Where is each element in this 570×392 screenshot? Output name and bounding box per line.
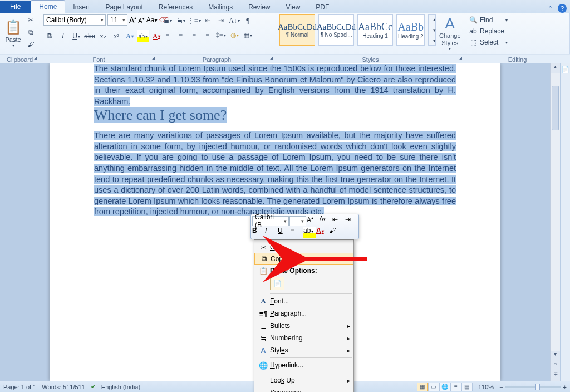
align-center-button[interactable]: ≡ [175, 29, 187, 41]
ctx-font[interactable]: AFont... [254, 295, 353, 307]
zoom-level[interactable]: 110% [478, 384, 494, 390]
copy-button[interactable]: ⧉ [25, 27, 36, 38]
decrease-indent-button[interactable]: ⇤ [202, 14, 214, 27]
view-draft[interactable]: ▤ [461, 383, 473, 391]
tab-view[interactable]: View [278, 1, 308, 13]
mini-decrease-indent[interactable]: ⇤ [332, 215, 345, 227]
mini-font-family[interactable]: Calibri (B [252, 216, 289, 226]
zoom-in-button[interactable]: + [563, 384, 567, 390]
font-family-combo[interactable]: Calibri (Body) [43, 14, 106, 26]
hyperlink-icon: 🌐 [257, 361, 270, 370]
select-label: Select [480, 38, 498, 46]
ctx-synonyms[interactable]: Synonyms▸ [254, 386, 353, 392]
ctx-hyperlink[interactable]: 🌐Hyperlink... [254, 359, 353, 371]
align-right-button[interactable]: ≡ [188, 29, 200, 41]
ribbon-minimize-icon[interactable]: ⌃ [546, 4, 554, 13]
grow-font-button[interactable]: A▴ [129, 16, 136, 24]
format-painter-button[interactable]: 🖌 [25, 39, 36, 50]
tab-home[interactable]: Home [31, 0, 65, 13]
scroll-thumb[interactable] [552, 86, 559, 130]
increase-indent-button[interactable]: ⇥ [215, 14, 227, 27]
browse-object-button[interactable]: ○ [551, 361, 560, 371]
ctx-bullets[interactable]: ≣Bullets▸ [254, 320, 353, 332]
status-page[interactable]: Page: 1 of 1 [3, 384, 36, 390]
mini-align-center[interactable]: ≡ [291, 227, 303, 238]
selected-text-p1[interactable]: The standard chunk of Lorem Ipsum used s… [94, 64, 456, 106]
tab-insert[interactable]: Insert [65, 1, 97, 13]
change-case-button[interactable]: Aa▾ [146, 16, 158, 24]
superscript-button[interactable]: x² [110, 30, 122, 42]
ctx-styles[interactable]: AStyles▸ [254, 344, 353, 356]
bold-button[interactable]: B [43, 30, 56, 42]
scroll-down-button[interactable]: ▾ [551, 351, 560, 361]
status-words[interactable]: Words: 511/511 [42, 384, 85, 390]
ctx-copy[interactable]: ⧉Copy [254, 253, 353, 265]
subscript-button[interactable]: x₂ [97, 30, 109, 42]
align-left-button[interactable]: ≡ [161, 29, 174, 41]
view-full-screen[interactable]: ▭ [428, 383, 439, 391]
mini-highlight[interactable]: ab [303, 227, 316, 238]
numbering-button[interactable]: ≒ [175, 14, 187, 27]
italic-button[interactable]: I [57, 30, 69, 42]
view-outline[interactable]: ≡ [450, 383, 461, 391]
sort-button[interactable]: A↓ [228, 14, 240, 27]
vertical-scrollbar[interactable]: ▴ ▾ ○ ∓ [550, 63, 560, 381]
shrink-font-button[interactable]: A▾ [138, 17, 144, 24]
tab-file[interactable]: File [0, 1, 31, 13]
show-marks-button[interactable]: ¶ [242, 14, 254, 27]
separator [270, 373, 352, 373]
zoom-slider[interactable] [505, 386, 561, 388]
line-spacing-button[interactable]: ‡≡ [215, 29, 227, 41]
text-effects-button[interactable]: A [124, 30, 136, 42]
tab-review[interactable]: Review [240, 1, 278, 13]
paste-button[interactable]: 📋 Paste ▾ [3, 14, 23, 51]
tab-references[interactable]: References [151, 1, 200, 13]
font-size-combo[interactable]: 11 [107, 14, 127, 26]
tab-pdf[interactable]: PDF [308, 1, 337, 13]
tab-mailings[interactable]: Mailings [200, 1, 240, 13]
style-no-spacing[interactable]: AaBbCcDd ¶ No Spaci... [318, 14, 354, 46]
ctx-cut[interactable]: ✂Cut [254, 241, 353, 253]
next-page-button[interactable]: ∓ [551, 371, 560, 381]
highlight-button[interactable]: ab [137, 30, 149, 42]
status-language[interactable]: English (India) [101, 384, 140, 390]
select-button[interactable]: ⬚Select▾ [469, 37, 508, 48]
borders-button[interactable]: ▦ [242, 29, 254, 41]
selected-text-p2[interactable]: There are many variations of passages of… [94, 131, 456, 216]
ruler-toggle-icon[interactable]: 📄 [561, 66, 569, 74]
zoom-out-button[interactable]: − [499, 384, 503, 390]
replace-button[interactable]: abReplace [469, 26, 508, 37]
strikethrough-button[interactable]: abc [83, 30, 96, 42]
ctx-lookup[interactable]: Look Up▸ [254, 374, 353, 386]
mini-font-size[interactable] [289, 216, 306, 226]
view-print-layout[interactable]: ▦ [417, 383, 428, 391]
bullets-button[interactable]: ≣ [161, 14, 174, 27]
change-styles-button[interactable]: A Change Styles ▾ [438, 14, 461, 51]
find-icon: 🔍 [469, 16, 478, 24]
mini-font-color[interactable]: A [316, 227, 328, 238]
view-web-layout[interactable]: 🌐 [439, 383, 450, 391]
style-normal[interactable]: AaBbCcDd ¶ Normal [279, 14, 315, 46]
status-proofing-icon[interactable]: ✔ [91, 383, 96, 390]
justify-button[interactable]: ≡ [202, 29, 214, 41]
style-heading-2[interactable]: AaBb Heading 2 [396, 14, 425, 46]
cut-button[interactable]: ✂ [25, 14, 36, 26]
mini-increase-indent[interactable]: ⇥ [345, 215, 357, 227]
mini-grow-font[interactable]: A▴ [307, 215, 319, 227]
tab-page-layout[interactable]: Page Layout [97, 1, 150, 13]
mini-format-painter[interactable]: 🖌 [329, 227, 341, 238]
multilevel-button[interactable]: ⋮≡ [188, 14, 200, 27]
scroll-up-button[interactable]: ▴ [551, 63, 560, 74]
zoom-slider-thumb[interactable] [535, 384, 540, 390]
mini-underline[interactable]: U [278, 227, 290, 238]
underline-button[interactable]: U [70, 30, 82, 42]
mini-shrink-font[interactable]: A▾ [320, 215, 332, 227]
style-heading-1[interactable]: AaBbCc Heading 1 [357, 14, 393, 46]
selected-heading[interactable]: Where can I get some? [94, 107, 227, 123]
ctx-paragraph[interactable]: ≡¶Paragraph... [254, 307, 353, 320]
help-icon[interactable]: ? [558, 4, 567, 13]
shading-button[interactable]: ◍ [228, 29, 240, 41]
ctx-numbering[interactable]: ≒Numbering▸ [254, 332, 353, 344]
find-button[interactable]: 🔍Find▾ [469, 14, 508, 26]
paste-option-keep-source[interactable]: 📄 [270, 277, 284, 290]
